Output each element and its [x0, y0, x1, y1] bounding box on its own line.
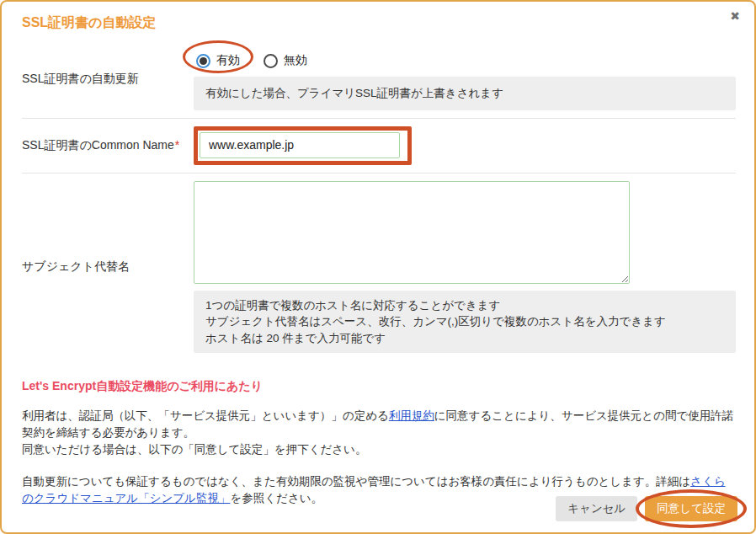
- annotation-rect-common-name: [194, 126, 412, 165]
- p2-text-after: を参照ください。: [230, 492, 322, 505]
- auto-renewal-help: 有効にした場合、プライマリSSL証明書が上書きされます: [194, 77, 736, 110]
- common-name-content: [194, 126, 736, 165]
- san-textarea[interactable]: [194, 181, 630, 284]
- radio-enabled-label: 有効: [216, 53, 240, 68]
- dialog-header: SSL証明書の自動設定 ✖: [2, 2, 754, 40]
- auto-renewal-label: SSL証明書の自動更新: [22, 72, 194, 87]
- san-content: 1つの証明書で複数のホスト名に対応することができます サブジェクト代替名はスペー…: [194, 181, 736, 354]
- san-label: サブジェクト代替名: [22, 259, 194, 275]
- radio-disabled-label: 無効: [284, 53, 307, 68]
- radio-enabled[interactable]: 有効: [196, 53, 240, 68]
- san-row: サブジェクト代替名 1つの証明書で複数のホスト名に対応することができます サブジ…: [22, 173, 736, 361]
- lets-encrypt-notice: Let's Encrypt自動設定機能のご利用にあたり 利用者は、認証局（以下、…: [22, 379, 736, 507]
- terms-of-use-link[interactable]: 利用規約: [389, 409, 434, 422]
- common-name-row: SSL証明書のCommon Name*: [22, 118, 736, 173]
- notice-paragraph-1: 利用者は、認証局（以下、「サービス提供元」といいます）」の定める利用規約に同意す…: [22, 408, 736, 458]
- dialog-footer: キャンセル 同意して設定: [556, 496, 737, 521]
- san-help-line-2: サブジェクト代替名はスペース、改行、カンマ(,)区切りで複数のホスト名を入力でき…: [205, 313, 724, 330]
- dialog-title: SSL証明書の自動設定: [22, 14, 734, 32]
- cancel-button[interactable]: キャンセル: [556, 496, 637, 521]
- radio-unselected-icon: [264, 54, 278, 68]
- notice-heading: Let's Encrypt自動設定機能のご利用にあたり: [22, 379, 736, 394]
- common-name-label: SSL証明書のCommon Name*: [22, 138, 194, 153]
- ssl-auto-config-dialog: SSL証明書の自動設定 ✖ SSL証明書の自動更新 有効 無効 有効にした場合: [0, 0, 756, 534]
- common-name-label-text: SSL証明書のCommon Name: [22, 138, 174, 152]
- p1-text-before: 利用者は、認証局（以下、「サービス提供元」といいます）」の定める: [22, 409, 389, 422]
- san-help-line-3: ホスト名は 20 件まで入力可能です: [205, 330, 724, 347]
- auto-renewal-radio-group: 有効 無効: [194, 48, 736, 77]
- submit-button-wrap: 同意して設定: [645, 496, 737, 521]
- auto-renewal-content: 有効 無効 有効にした場合、プライマリSSL証明書が上書きされます: [194, 48, 736, 110]
- radio-selected-icon: [196, 54, 210, 68]
- required-asterisk: *: [175, 138, 179, 152]
- common-name-input[interactable]: [200, 132, 400, 158]
- auto-renewal-row: SSL証明書の自動更新 有効 無効 有効にした場合、プライマリSSL証明書が上書…: [22, 40, 736, 118]
- close-icon[interactable]: ✖: [730, 10, 740, 22]
- p1-line2: 同意いただける場合は、以下の「同意して設定」を押下ください。: [22, 443, 366, 456]
- san-help: 1つの証明書で複数のホスト名に対応することができます サブジェクト代替名はスペー…: [194, 291, 736, 354]
- p2-text-before: 自動更新についても保証するものではなく、また有効期限の監視や管理についてはお客様…: [22, 475, 690, 488]
- submit-button[interactable]: 同意して設定: [645, 496, 737, 521]
- dialog-body: SSL証明書の自動更新 有効 無効 有効にした場合、プライマリSSL証明書が上書…: [2, 40, 754, 507]
- radio-disabled[interactable]: 無効: [264, 53, 307, 68]
- san-help-line-1: 1つの証明書で複数のホスト名に対応することができます: [205, 297, 724, 314]
